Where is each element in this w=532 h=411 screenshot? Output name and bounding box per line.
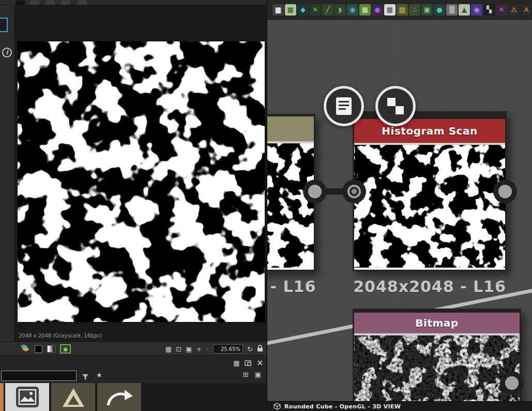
node-bitmap[interactable]: Bitmap [353,309,521,401]
channels-icon[interactable] [47,345,55,353]
center-dot-icon[interactable]: ◦ [206,346,209,351]
histogram-node-resolution-label: 2048x2048 - L16 [344,277,515,296]
left-edge-strip: i [0,5,14,342]
list-view-icon[interactable]: ▣ [255,371,261,378]
frame-icon[interactable]: ▣ [186,346,192,353]
viewport-title: Rounded Cube - OpenGL - 3D VIEW [284,403,401,410]
left-panel: i 2048 x 2048 (Grayscale, 16bpc) [0,0,266,411]
node-toolbar-noise-icon[interactable]: ▒ [446,4,458,16]
histogram-node-preview [354,143,505,270]
node-toolbar-cross-blend-icon[interactable]: ✕ [310,4,321,16]
filter-funnel-icon[interactable] [82,373,89,383]
fit-view-icon[interactable]: ⊡ [176,346,181,353]
library-item-edge[interactable] [0,383,4,411]
output-pin[interactable] [493,180,517,203]
node-toolbar-olive-pattern-icon[interactable]: ▨ [397,4,408,16]
info-icon[interactable]: i [2,48,12,57]
node-toolbar-scatter-icon[interactable]: ∴ [409,4,420,16]
graph-panel: ▆ ▩ ◆ ✕ ╱ ◗ ◉ ▦ ● ▦ ▨ ∴ ▣ ● ▒ ▲ ◉ ▚ ✕ ⚠ … [266,0,532,411]
checkerboard-icon [387,98,404,114]
library-item-transform[interactable] [97,383,141,411]
2d-view-toolbar: ▣ ▦ ⊡ ▣ + ◦ ↻ [0,342,266,355]
node-toolbar-teal-sphere-icon[interactable]: ● [434,4,445,16]
node-toolbar-color-sphere-icon[interactable]: ◉ [471,4,482,16]
thumbnail-grid-icon[interactable]: ⊞ [243,371,249,378]
partial-node-preview [267,141,314,270]
node-toolbar-green-grid-icon[interactable]: ▦ [359,4,371,16]
node-toolbar-purple-orb-icon[interactable]: ● [372,4,383,16]
pyramid-icon [60,386,86,408]
node-toolbar-checker-icon[interactable]: ▚ [483,4,495,16]
toolbar-stub-icon[interactable] [30,1,39,5]
top-toolbar-clipped [0,0,266,5]
image-info-text: 2048 x 2048 (Grayscale, 16bpc) [19,333,102,339]
tiling-icon[interactable]: ▦ [165,346,172,353]
node-properties-button[interactable] [324,86,364,126]
library-item-bitmap[interactable] [5,383,49,411]
selected-tool-tab[interactable] [0,18,8,32]
input-pin[interactable] [342,180,366,203]
bitmap-node-preview [354,333,520,401]
lock-icon[interactable] [257,344,263,354]
image-view-icon[interactable]: ▣ [60,344,71,354]
node-toolbar-tile-icon[interactable]: ▣ [421,4,433,16]
grayscale-texture-preview [18,41,265,322]
favorites-star-icon[interactable]: ★ [96,371,102,379]
bitmap-node-title: Bitmap [354,313,520,333]
node-toolbar-purple-cross-icon[interactable]: ✕ [496,4,507,16]
node-graph-canvas[interactable]: - L16 Histogram Scan 2048x2048 - L16 Bit… [267,20,532,401]
node-toolbar-histogram-icon[interactable]: ▆ [272,4,284,16]
toolbar-stub-icon[interactable] [78,1,87,5]
atomic-nodes-toolbar: ▆ ▩ ◆ ✕ ╱ ◗ ◉ ▦ ● ▦ ▨ ∴ ▣ ● ▒ ▲ ◉ ▚ ✕ ⚠ … [267,0,532,20]
detach-window-icon[interactable] [245,358,251,368]
node-toolbar-warning-icon[interactable]: ⚠ [508,4,520,16]
zoom-field[interactable] [213,344,243,354]
pan-icon[interactable]: + [196,346,202,353]
materials-icon[interactable] [20,344,30,354]
node-toolbar-transform-grid-icon[interactable]: ▦ [384,4,396,16]
output-pin[interactable] [303,180,327,203]
toolbar-stub-icon[interactable] [16,1,25,5]
library-panel-header: ▦ × [0,355,266,369]
node-frame-top [354,309,520,313]
node-preview-toggle-button[interactable] [375,86,416,126]
library-item-shape[interactable] [51,383,95,411]
node-toolbar-globe-icon[interactable]: ◉ [347,4,358,16]
app-root: i 2048 x 2048 (Grayscale, 16bpc) [0,0,532,411]
curved-arrow-icon [105,387,134,407]
close-icon[interactable]: × [256,359,263,367]
node-toolbar-uniform-color-icon[interactable]: ▩ [285,4,296,16]
histogram-node-title: Histogram Scan [354,119,505,143]
library-items-row [0,383,266,411]
cube-icon [273,403,281,410]
toolbar-stub-icon[interactable] [61,1,70,5]
partial-node-resolution-label: - L16 [267,277,340,296]
grid-view-icon[interactable]: ▦ [233,360,239,366]
background-color-swatch[interactable] [35,345,42,353]
partial-node-header [267,116,314,141]
library-search-input[interactable] [1,371,77,381]
node-histogram-scan[interactable]: Histogram Scan [353,111,507,271]
node-toolbar-text-icon[interactable]: A [521,4,532,16]
refresh-icon[interactable]: ↻ [247,346,253,353]
2d-view-canvas[interactable]: 2048 x 2048 (Grayscale, 16bpc) [14,5,266,342]
picture-icon [16,386,39,408]
output-pin[interactable] [500,371,524,395]
toolbar-stub-icon[interactable] [45,1,55,5]
node-toolbar-droplet-icon[interactable]: ◗ [335,4,346,16]
node-toolbar-liquid-drop-icon[interactable]: ◆ [297,4,309,16]
node-toolbar-slope-blur-icon[interactable]: ╱ [322,4,333,16]
node-toolbar-triangle-icon[interactable]: ▲ [459,4,470,16]
library-filter-row: ★ ⊞ ▣ [0,369,266,383]
document-icon [335,96,353,116]
3d-view-status-bar: Rounded Cube - OpenGL - 3D VIEW [267,401,532,411]
